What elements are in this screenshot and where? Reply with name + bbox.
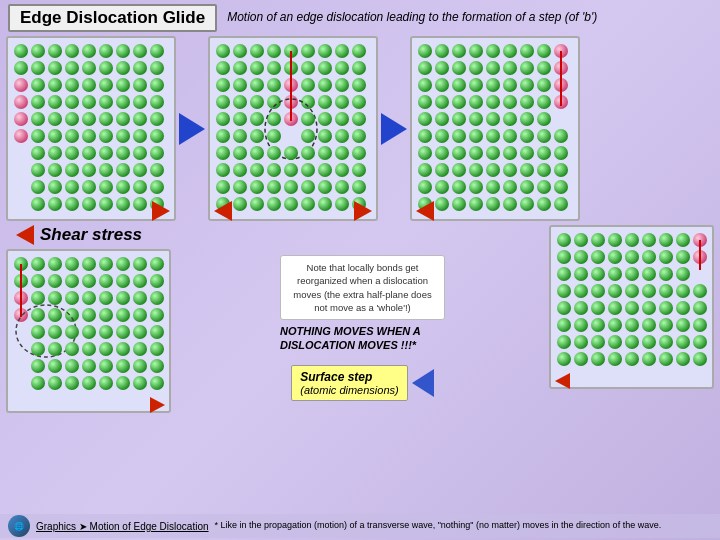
svg-point-107 (267, 78, 281, 92)
svg-point-338 (574, 233, 588, 247)
svg-point-355 (557, 267, 571, 281)
svg-point-228 (537, 129, 551, 143)
svg-point-201 (520, 78, 534, 92)
svg-point-130 (335, 112, 349, 126)
svg-point-183 (520, 44, 534, 58)
panel-bottom-1 (6, 249, 171, 413)
shear-arrow-left-3 (416, 201, 434, 221)
svg-point-356 (574, 267, 588, 281)
svg-point-193 (537, 61, 551, 75)
svg-point-241 (452, 163, 466, 177)
svg-point-253 (503, 180, 517, 194)
svg-point-324 (99, 359, 113, 373)
svg-point-246 (537, 163, 551, 177)
svg-point-57 (82, 146, 96, 160)
svg-point-20 (48, 78, 62, 92)
svg-point-9 (14, 61, 28, 75)
svg-point-255 (537, 180, 551, 194)
svg-point-205 (435, 95, 449, 109)
blue-arrow-2 (381, 113, 407, 145)
svg-point-245 (520, 163, 534, 177)
svg-point-280 (82, 274, 96, 288)
svg-point-323 (82, 359, 96, 373)
svg-point-261 (486, 197, 500, 211)
svg-point-375 (608, 301, 622, 315)
svg-point-184 (537, 44, 551, 58)
svg-point-404 (642, 352, 656, 366)
atom-grid-b2 (554, 230, 709, 380)
svg-point-75 (116, 180, 130, 194)
svg-point-385 (625, 318, 639, 332)
svg-point-300 (99, 308, 113, 322)
svg-point-160 (233, 180, 247, 194)
svg-point-70 (31, 180, 45, 194)
svg-point-218 (503, 112, 517, 126)
svg-point-181 (486, 44, 500, 58)
footer-link[interactable]: Graphics ➤ Motion of Edge Dislocation (36, 521, 209, 532)
svg-point-292 (133, 291, 147, 305)
svg-point-166 (335, 180, 349, 194)
svg-point-379 (676, 301, 690, 315)
svg-point-165 (318, 180, 332, 194)
svg-point-149 (352, 146, 366, 160)
svg-point-288 (65, 291, 79, 305)
svg-point-63 (48, 163, 62, 177)
svg-point-179 (452, 44, 466, 58)
footer-note: * Like in the propagation (motion) of a … (215, 520, 662, 532)
svg-point-383 (591, 318, 605, 332)
svg-point-125 (267, 112, 281, 126)
svg-point-16 (133, 61, 147, 75)
svg-point-282 (116, 274, 130, 288)
svg-point-120 (335, 95, 349, 109)
svg-point-272 (99, 257, 113, 271)
svg-point-42 (116, 112, 130, 126)
svg-point-394 (625, 335, 639, 349)
svg-point-58 (99, 146, 113, 160)
svg-point-367 (625, 284, 639, 298)
svg-point-209 (503, 95, 517, 109)
svg-point-132 (216, 129, 230, 143)
svg-point-335 (150, 376, 164, 390)
svg-point-81 (82, 197, 96, 211)
svg-point-100 (301, 61, 315, 75)
svg-point-136 (301, 129, 315, 143)
svg-point-36 (14, 112, 28, 126)
svg-point-45 (14, 129, 28, 143)
svg-point-118 (301, 95, 315, 109)
svg-point-35 (150, 95, 164, 109)
svg-point-380 (693, 301, 707, 315)
page-title: Edge Dislocation Glide (8, 4, 217, 32)
svg-point-142 (233, 146, 247, 160)
svg-point-277 (31, 274, 45, 288)
svg-point-382 (574, 318, 588, 332)
svg-point-38 (48, 112, 62, 126)
svg-point-74 (99, 180, 113, 194)
svg-point-348 (591, 250, 605, 264)
svg-point-97 (250, 61, 264, 75)
svg-point-210 (520, 95, 534, 109)
svg-point-174 (318, 197, 332, 211)
svg-point-131 (352, 112, 366, 126)
svg-point-79 (48, 197, 62, 211)
svg-point-289 (82, 291, 96, 305)
svg-point-311 (150, 325, 164, 339)
svg-point-230 (418, 146, 432, 160)
svg-point-310 (133, 325, 147, 339)
svg-point-105 (233, 78, 247, 92)
svg-point-270 (65, 257, 79, 271)
svg-point-25 (133, 78, 147, 92)
svg-point-244 (503, 163, 517, 177)
svg-point-326 (133, 359, 147, 373)
atom-grid-2 (213, 41, 373, 216)
svg-point-29 (48, 95, 62, 109)
svg-point-215 (452, 112, 466, 126)
svg-point-68 (133, 163, 147, 177)
svg-point-109 (301, 78, 315, 92)
svg-point-0 (14, 44, 28, 58)
svg-point-275 (150, 257, 164, 271)
svg-point-237 (537, 146, 551, 160)
shear-arrow-left-label (16, 225, 34, 245)
atom-grid-b1 (11, 254, 166, 404)
svg-point-340 (608, 233, 622, 247)
svg-point-11 (48, 61, 62, 75)
